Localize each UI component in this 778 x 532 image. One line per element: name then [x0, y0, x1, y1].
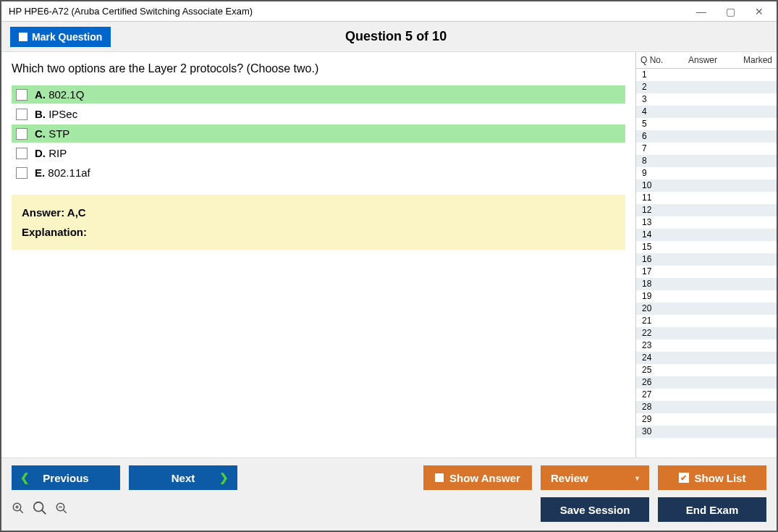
option-row[interactable]: B. IPSec [12, 105, 625, 123]
list-item[interactable]: 17 [636, 266, 777, 278]
list-item[interactable]: 25 [636, 364, 777, 376]
answer-box: Answer: A,C Explanation: [12, 195, 625, 250]
option-checkbox[interactable] [16, 128, 28, 140]
col-marked: Marked [736, 55, 772, 65]
list-item[interactable]: 30 [636, 426, 777, 438]
zoom-in-icon[interactable] [12, 502, 25, 518]
list-item[interactable]: 5 [636, 118, 777, 130]
zoom-out-icon[interactable] [55, 502, 68, 518]
list-item[interactable]: 10 [636, 180, 777, 192]
option-row[interactable]: D. RIP [12, 144, 625, 162]
svg-line-5 [42, 510, 46, 514]
svg-line-7 [63, 510, 67, 513]
option-checkbox[interactable] [16, 148, 28, 159]
minimize-icon[interactable]: — [687, 2, 716, 21]
list-item[interactable]: 27 [636, 389, 777, 401]
question-counter: Question 5 of 10 [111, 29, 768, 44]
answer-line: Answer: A,C [22, 206, 615, 219]
footer: ❮ Previous Next ❯ Show Answer Review ▾ ✔… [1, 457, 777, 531]
mark-question-button[interactable]: Mark Question [10, 27, 111, 47]
checkbox-icon [435, 473, 444, 482]
question-pane: Which two options are the Layer 2 protoc… [1, 52, 635, 457]
option-checkbox[interactable] [16, 109, 28, 120]
question-list[interactable]: 1234567891011121314151617181920212223242… [636, 69, 777, 457]
zoom-controls [12, 500, 68, 520]
list-item[interactable]: 23 [636, 339, 777, 352]
list-item[interactable]: 19 [636, 290, 777, 303]
list-item[interactable]: 13 [636, 216, 777, 229]
list-item[interactable]: 12 [636, 204, 777, 216]
col-qno: Q No. [640, 55, 669, 65]
close-icon[interactable]: ✕ [745, 2, 774, 21]
option-checkbox[interactable] [16, 167, 28, 179]
body: Which two options are the Layer 2 protoc… [1, 52, 777, 457]
list-item[interactable]: 14 [636, 229, 777, 241]
question-list-panel: Q No. Answer Marked 12345678910111213141… [635, 52, 777, 457]
check-icon: ✔ [679, 473, 689, 483]
footer-row-1: ❮ Previous Next ❯ Show Answer Review ▾ ✔… [12, 465, 766, 490]
caret-down-icon: ▾ [635, 474, 639, 482]
svg-point-4 [34, 502, 43, 511]
list-item[interactable]: 20 [636, 303, 777, 315]
option-label: E. 802.11af [35, 166, 90, 179]
show-answer-button[interactable]: Show Answer [423, 465, 532, 490]
titlebar: HP HPE6-A72 (Aruba Certified Switching A… [1, 1, 777, 22]
question-list-header: Q No. Answer Marked [636, 52, 777, 69]
mark-question-label: Mark Question [32, 31, 102, 43]
chevron-left-icon: ❮ [20, 471, 30, 484]
review-button[interactable]: Review ▾ [541, 465, 649, 490]
options-list: A. 802.1QB. IPSecC. STPD. RIPE. 802.11af [12, 85, 625, 182]
list-item[interactable]: 28 [636, 401, 777, 413]
list-item[interactable]: 2 [636, 81, 777, 93]
list-item[interactable]: 26 [636, 376, 777, 389]
col-answer: Answer [669, 55, 736, 65]
app-window: HP HPE6-A72 (Aruba Certified Switching A… [0, 0, 778, 532]
list-item[interactable]: 11 [636, 192, 777, 204]
list-item[interactable]: 29 [636, 413, 777, 426]
list-item[interactable]: 7 [636, 143, 777, 155]
maximize-icon[interactable]: ▢ [716, 2, 745, 21]
option-checkbox[interactable] [16, 89, 28, 101]
show-list-button[interactable]: ✔ Show List [658, 465, 766, 490]
list-item[interactable]: 18 [636, 278, 777, 290]
list-item[interactable]: 8 [636, 155, 777, 167]
list-item[interactable]: 24 [636, 352, 777, 364]
header-bar: Mark Question Question 5 of 10 [1, 22, 777, 52]
list-item[interactable]: 3 [636, 93, 777, 106]
option-label: B. IPSec [35, 108, 77, 120]
list-item[interactable]: 1 [636, 69, 777, 81]
footer-row-2: Save Session End Exam [12, 497, 766, 522]
option-row[interactable]: E. 802.11af [12, 164, 625, 182]
list-item[interactable]: 4 [636, 106, 777, 118]
question-text: Which two options are the Layer 2 protoc… [12, 62, 625, 75]
save-session-button[interactable]: Save Session [541, 497, 649, 522]
list-item[interactable]: 9 [636, 167, 777, 180]
list-item[interactable]: 16 [636, 253, 777, 266]
window-title: HP HPE6-A72 (Aruba Certified Switching A… [9, 6, 687, 17]
checkbox-icon [19, 33, 28, 41]
option-row[interactable]: C. STP [12, 124, 625, 143]
option-label: D. RIP [35, 147, 67, 159]
list-item[interactable]: 21 [636, 315, 777, 327]
list-item[interactable]: 15 [636, 241, 777, 253]
list-item[interactable]: 6 [636, 130, 777, 143]
svg-line-1 [20, 510, 23, 513]
end-exam-button[interactable]: End Exam [658, 497, 766, 522]
list-item[interactable]: 22 [636, 327, 777, 339]
option-row[interactable]: A. 802.1Q [12, 85, 625, 104]
option-label: A. 802.1Q [35, 88, 84, 101]
explanation-label: Explanation: [22, 226, 615, 238]
chevron-right-icon: ❯ [219, 471, 229, 484]
option-label: C. STP [35, 127, 69, 140]
next-button[interactable]: Next ❯ [129, 465, 237, 490]
previous-button[interactable]: ❮ Previous [12, 465, 120, 490]
zoom-icon[interactable] [32, 500, 48, 520]
